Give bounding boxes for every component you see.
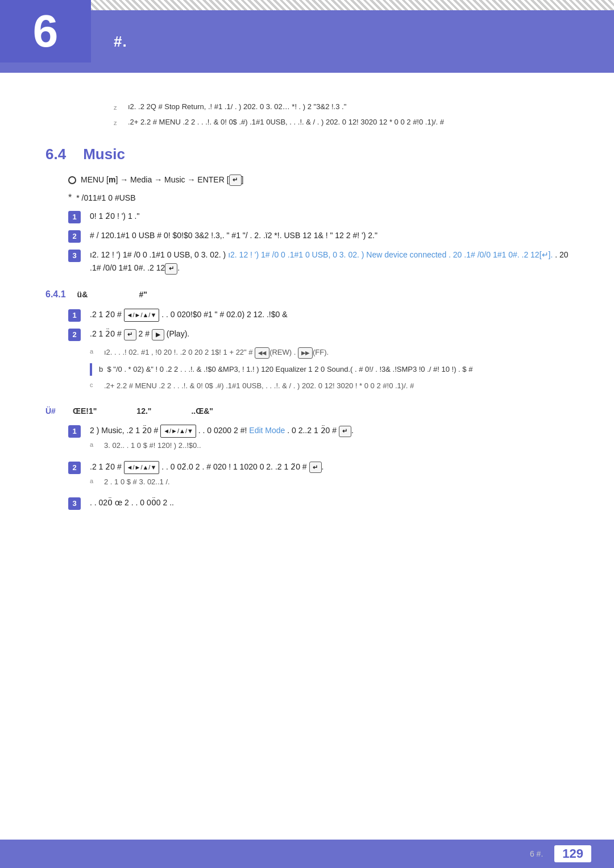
edit-section-heading: Ü# ŒE!1" 12." ..Œ&" <box>45 406 569 416</box>
hash-icon <box>99 290 136 299</box>
top-notes-block: z ı2. .2 2Q # Stop Return, .! #1 .1/ . )… <box>114 101 569 128</box>
section-6-4-1-icon1: ü& <box>77 290 88 299</box>
section-icon-label: #" <box>139 290 147 299</box>
section-6-4-heading: 6.4 Music <box>45 146 569 163</box>
enter-key-inline <box>165 263 177 275</box>
usb-note-text: * /011#1 0 #USB <box>76 193 135 202</box>
section-6-4-1-item-2: 2 .2 1 2̈0 # 2 # (Play). <box>68 327 569 341</box>
edit-item-1-subnote: a 3. 02.. . 1 0 $ #! 120! ) 2..!$0.. <box>90 440 569 452</box>
note-box-marker: b <box>99 365 103 373</box>
edit-content-1: 2 ) Music, .2 1 2̈0 # ◄/►/▲/▼ . . 0 0200… <box>90 424 569 455</box>
top-note-2: z .2+ 2.2 # MENU .2 2 . . .!. & 0! 0$ .#… <box>114 117 569 128</box>
note-text-1: ı2. .2 2Q # Stop Return, .! #1 .1/ . ) 2… <box>128 101 346 113</box>
edit-label2: 12." <box>136 406 151 416</box>
section-6-4-title: Music <box>83 146 125 163</box>
section-6-4-1-heading: 6.4.1 ü& #" <box>45 289 569 300</box>
play-key <box>152 329 164 340</box>
section-6-4-item-3: 3 ı2. 12 ! ') 1# /0 0 .1#1 0 USB, 0 3. 0… <box>68 248 569 276</box>
subnote-c-marker: c <box>90 380 98 392</box>
item-content-3: ı2. 12 ! ') 1# /0 0 .1#1 0 USB, 0 3. 02.… <box>90 248 569 276</box>
operation-text: MENU [m] → Media → Music → ENTER [] <box>81 175 244 186</box>
item-content-1: 0! 1 2̈0 ! ') 1 ." <box>90 210 569 223</box>
note-box-b: b $ "/0 . * 02) &" ! 0 .2 2 . . .!. & .!… <box>90 363 569 376</box>
edit-subnote2-marker: a <box>90 476 98 488</box>
edit-item-2: 2 .2 1 2̈0 # ◄/►/▲/▼ . . 0 02̈.0 2 . # 0… <box>68 460 569 491</box>
edit-mode-text: Edit Mode <box>249 426 285 435</box>
edit-subnote-marker: a <box>90 440 98 452</box>
section-6-4-1-icon2: #" <box>99 290 147 299</box>
edit-item-2-subnote: a 2 . 1 0 $ # 3. 02..1 /. <box>90 476 569 488</box>
edit-badge-2: 2 <box>68 462 81 474</box>
nav-arrows-edit2: ◄/►/▲/▼ <box>124 461 160 474</box>
subnote-c: c .2+ 2.2 # MENU .2 2 . . .!. & 0! 0$ .#… <box>90 380 569 392</box>
item-6-4-1-content-2: .2 1 2̈0 # 2 # (Play). <box>90 327 569 341</box>
header-area: #. <box>0 10 614 73</box>
section-6-4-item-1: 1 0! 1 2̈0 ! ') 1 ." <box>68 210 569 223</box>
edit-subnote2-text: 2 . 1 0 $ # 3. 02..1 /. <box>104 476 170 488</box>
subnote-c-text: .2+ 2.2 # MENU .2 2 . . .!. & 0! 0$ .#) … <box>104 380 414 392</box>
top-decorative-bar <box>0 0 614 10</box>
enter-key-2 <box>124 329 136 340</box>
edit-subnote-text: 3. 02.. . 1 0 $ #! 120! ) 2..!$0.. <box>104 440 201 452</box>
enter-key-edit2 <box>309 462 322 473</box>
section-6-4-content: MENU [m] → Media → Music → ENTER [] * * … <box>68 175 569 276</box>
edit-badge-1: 1 <box>68 425 81 438</box>
item-badge-1: 1 <box>68 211 81 223</box>
edit-label1: ŒE!1" <box>73 406 97 416</box>
nav-arrows-icon: ◄/►/▲/▼ <box>124 309 160 322</box>
chapter-number-block: 6 <box>0 0 91 63</box>
item-6-4-1-content-1: .2 1 2̈0 # ◄/►/▲/▼ . . 0 020!$0 #1 " # 0… <box>90 308 569 322</box>
item-6-4-1-badge-1: 1 <box>68 309 81 322</box>
edit-badge-3: 3 <box>68 497 81 510</box>
top-note-1: z ı2. .2 2Q # Stop Return, .! #1 .1/ . )… <box>114 101 569 113</box>
bottom-bar: 6 #. 129 <box>0 840 614 868</box>
section-6-4-1-item-1: 1 .2 1 2̈0 # ◄/►/▲/▼ . . 0 020!$0 #1 " #… <box>68 308 569 322</box>
new-device-text: ı2. 12 ! ') 1# /0 0 .1#1 0 USB, 0 3. 02.… <box>228 250 553 259</box>
section-6-4-1-content: 1 .2 1 2̈0 # ◄/►/▲/▼ . . 0 020!$0 #1 " #… <box>68 308 569 392</box>
edit-label3: ..Œ&" <box>191 406 213 416</box>
usb-icon: ü& <box>77 290 88 299</box>
subnote-a-text: ı2. . . .! 02. #1 , !0 20 !. .2 0 20 2 1… <box>104 347 329 359</box>
section-6-4-item-2: 2 # / 120.1#1 0 USB # 0! $0!$0 3&2 !.3,.… <box>68 229 569 243</box>
star-marker: * <box>68 193 72 203</box>
item-content-2: # / 120.1#1 0 USB # 0! $0!$0 3&2 !.3,. "… <box>90 229 569 243</box>
bottom-chapter-label: 6 #. <box>530 849 543 858</box>
section-6-4-num: 6.4 <box>45 146 66 163</box>
main-content: z ı2. .2 2Q # Stop Return, .! #1 .1/ . )… <box>0 73 614 550</box>
rew-key <box>255 347 269 359</box>
item-badge-2: 2 <box>68 230 81 243</box>
nav-arrows-edit1: ◄/►/▲/▼ <box>160 425 196 438</box>
note-box-text: $ "/0 . * 02) &" ! 0 .2 2 . . .!. & .!$0… <box>107 365 472 373</box>
item-badge-3: 3 <box>68 250 81 262</box>
item-6-4-1-badge-2: 2 <box>68 329 81 341</box>
usb-note-line: * * /011#1 0 #USB <box>68 193 569 203</box>
op-circle-icon <box>68 176 76 184</box>
ff-key <box>298 347 313 359</box>
operation-line: MENU [m] → Media → Music → ENTER [] <box>68 175 569 186</box>
edit-content-2: .2 1 2̈0 # ◄/►/▲/▼ . . 0 02̈.0 2 . # 020… <box>90 460 569 491</box>
note-marker-1: z <box>114 101 122 113</box>
subnote-a-marker: a <box>90 347 98 359</box>
bottom-page-number: 129 <box>554 845 591 862</box>
enter-key-edit1 <box>339 426 351 437</box>
section-6-4-1-num: 6.4.1 <box>45 289 66 300</box>
note-text-2: .2+ 2.2 # MENU .2 2 . . .!. & 0! 0$ .#) … <box>128 117 444 128</box>
edit-icon1: Ü# <box>45 406 56 416</box>
edit-item-3: 3 . . 020̈ œ 2 . . 0 00̈0 2 .. <box>68 496 569 510</box>
edit-section-content: 1 2 ) Music, .2 1 2̈0 # ◄/►/▲/▼ . . 0 02… <box>68 424 569 510</box>
edit-item-1: 1 2 ) Music, .2 1 2̈0 # ◄/►/▲/▼ . . 0 02… <box>68 424 569 455</box>
note-marker-2: z <box>114 117 122 128</box>
subnote-a: a ı2. . . .! 02. #1 , !0 20 !. .2 0 20 2… <box>90 347 569 359</box>
edit-content-3: . . 020̈ œ 2 . . 0 00̈0 2 .. <box>90 496 569 510</box>
enter-key <box>229 175 242 186</box>
header-title: #. <box>114 33 127 51</box>
chapter-number: 6 <box>33 9 59 54</box>
